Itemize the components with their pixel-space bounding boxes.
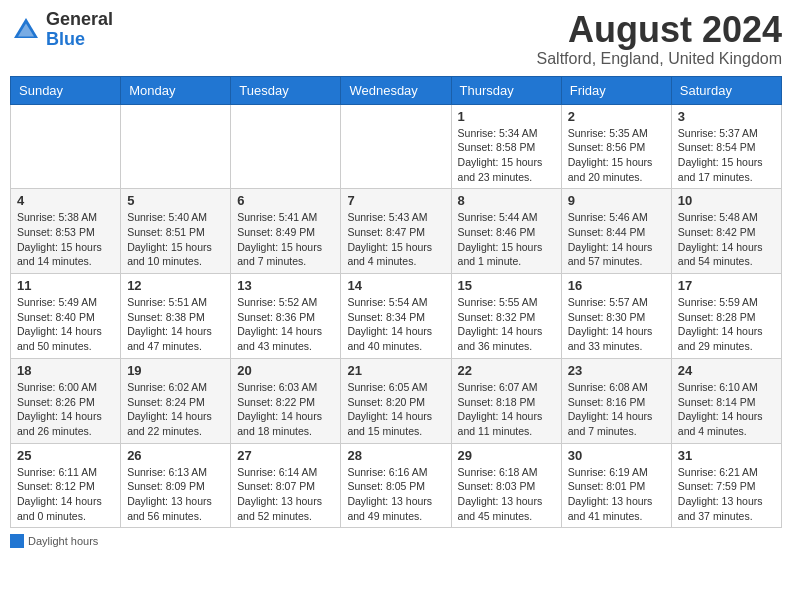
day-info: Sunrise: 6:08 AM Sunset: 8:16 PM Dayligh… bbox=[568, 380, 665, 439]
calendar-cell: 20Sunrise: 6:03 AM Sunset: 8:22 PM Dayli… bbox=[231, 358, 341, 443]
logo-general-text: General bbox=[46, 9, 113, 29]
location: Saltford, England, United Kingdom bbox=[537, 50, 782, 68]
day-number: 22 bbox=[458, 363, 555, 378]
day-info: Sunrise: 5:48 AM Sunset: 8:42 PM Dayligh… bbox=[678, 210, 775, 269]
day-number: 8 bbox=[458, 193, 555, 208]
calendar-cell: 6Sunrise: 5:41 AM Sunset: 8:49 PM Daylig… bbox=[231, 189, 341, 274]
logo-text: General Blue bbox=[46, 10, 113, 50]
calendar-cell: 13Sunrise: 5:52 AM Sunset: 8:36 PM Dayli… bbox=[231, 274, 341, 359]
day-info: Sunrise: 6:19 AM Sunset: 8:01 PM Dayligh… bbox=[568, 465, 665, 524]
day-number: 1 bbox=[458, 109, 555, 124]
calendar-week-row: 1Sunrise: 5:34 AM Sunset: 8:58 PM Daylig… bbox=[11, 104, 782, 189]
day-info: Sunrise: 6:13 AM Sunset: 8:09 PM Dayligh… bbox=[127, 465, 224, 524]
calendar-cell: 8Sunrise: 5:44 AM Sunset: 8:46 PM Daylig… bbox=[451, 189, 561, 274]
day-info: Sunrise: 5:46 AM Sunset: 8:44 PM Dayligh… bbox=[568, 210, 665, 269]
day-info: Sunrise: 5:37 AM Sunset: 8:54 PM Dayligh… bbox=[678, 126, 775, 185]
day-number: 12 bbox=[127, 278, 224, 293]
day-info: Sunrise: 6:10 AM Sunset: 8:14 PM Dayligh… bbox=[678, 380, 775, 439]
calendar-week-row: 11Sunrise: 5:49 AM Sunset: 8:40 PM Dayli… bbox=[11, 274, 782, 359]
calendar-cell: 25Sunrise: 6:11 AM Sunset: 8:12 PM Dayli… bbox=[11, 443, 121, 528]
calendar-day-header: Wednesday bbox=[341, 76, 451, 104]
calendar-cell: 3Sunrise: 5:37 AM Sunset: 8:54 PM Daylig… bbox=[671, 104, 781, 189]
calendar-cell: 24Sunrise: 6:10 AM Sunset: 8:14 PM Dayli… bbox=[671, 358, 781, 443]
day-number: 28 bbox=[347, 448, 444, 463]
day-number: 18 bbox=[17, 363, 114, 378]
day-info: Sunrise: 5:55 AM Sunset: 8:32 PM Dayligh… bbox=[458, 295, 555, 354]
calendar-cell: 16Sunrise: 5:57 AM Sunset: 8:30 PM Dayli… bbox=[561, 274, 671, 359]
day-number: 10 bbox=[678, 193, 775, 208]
day-number: 29 bbox=[458, 448, 555, 463]
calendar-cell bbox=[11, 104, 121, 189]
footer: Daylight hours bbox=[10, 534, 782, 548]
page-header: General Blue August 2024 Saltford, Engla… bbox=[10, 10, 782, 68]
day-info: Sunrise: 5:41 AM Sunset: 8:49 PM Dayligh… bbox=[237, 210, 334, 269]
day-info: Sunrise: 5:59 AM Sunset: 8:28 PM Dayligh… bbox=[678, 295, 775, 354]
daylight-legend: Daylight hours bbox=[10, 534, 98, 548]
day-number: 24 bbox=[678, 363, 775, 378]
calendar-week-row: 25Sunrise: 6:11 AM Sunset: 8:12 PM Dayli… bbox=[11, 443, 782, 528]
day-number: 19 bbox=[127, 363, 224, 378]
day-info: Sunrise: 6:02 AM Sunset: 8:24 PM Dayligh… bbox=[127, 380, 224, 439]
calendar-cell: 26Sunrise: 6:13 AM Sunset: 8:09 PM Dayli… bbox=[121, 443, 231, 528]
day-info: Sunrise: 5:51 AM Sunset: 8:38 PM Dayligh… bbox=[127, 295, 224, 354]
day-info: Sunrise: 6:21 AM Sunset: 7:59 PM Dayligh… bbox=[678, 465, 775, 524]
day-number: 15 bbox=[458, 278, 555, 293]
day-info: Sunrise: 6:03 AM Sunset: 8:22 PM Dayligh… bbox=[237, 380, 334, 439]
calendar-cell: 2Sunrise: 5:35 AM Sunset: 8:56 PM Daylig… bbox=[561, 104, 671, 189]
day-info: Sunrise: 6:05 AM Sunset: 8:20 PM Dayligh… bbox=[347, 380, 444, 439]
day-info: Sunrise: 5:35 AM Sunset: 8:56 PM Dayligh… bbox=[568, 126, 665, 185]
calendar-cell bbox=[121, 104, 231, 189]
day-number: 5 bbox=[127, 193, 224, 208]
calendar-cell: 28Sunrise: 6:16 AM Sunset: 8:05 PM Dayli… bbox=[341, 443, 451, 528]
calendar-cell: 12Sunrise: 5:51 AM Sunset: 8:38 PM Dayli… bbox=[121, 274, 231, 359]
calendar-day-header: Friday bbox=[561, 76, 671, 104]
calendar-cell bbox=[231, 104, 341, 189]
day-info: Sunrise: 5:49 AM Sunset: 8:40 PM Dayligh… bbox=[17, 295, 114, 354]
day-info: Sunrise: 6:00 AM Sunset: 8:26 PM Dayligh… bbox=[17, 380, 114, 439]
calendar-cell: 21Sunrise: 6:05 AM Sunset: 8:20 PM Dayli… bbox=[341, 358, 451, 443]
calendar-cell: 4Sunrise: 5:38 AM Sunset: 8:53 PM Daylig… bbox=[11, 189, 121, 274]
day-number: 23 bbox=[568, 363, 665, 378]
calendar-cell: 15Sunrise: 5:55 AM Sunset: 8:32 PM Dayli… bbox=[451, 274, 561, 359]
calendar-day-header: Thursday bbox=[451, 76, 561, 104]
legend-box bbox=[10, 534, 24, 548]
day-info: Sunrise: 6:16 AM Sunset: 8:05 PM Dayligh… bbox=[347, 465, 444, 524]
day-info: Sunrise: 5:54 AM Sunset: 8:34 PM Dayligh… bbox=[347, 295, 444, 354]
calendar-day-header: Saturday bbox=[671, 76, 781, 104]
day-number: 9 bbox=[568, 193, 665, 208]
title-block: August 2024 Saltford, England, United Ki… bbox=[537, 10, 782, 68]
calendar-cell: 9Sunrise: 5:46 AM Sunset: 8:44 PM Daylig… bbox=[561, 189, 671, 274]
day-info: Sunrise: 5:38 AM Sunset: 8:53 PM Dayligh… bbox=[17, 210, 114, 269]
day-number: 26 bbox=[127, 448, 224, 463]
logo-icon bbox=[10, 14, 42, 46]
calendar-cell: 17Sunrise: 5:59 AM Sunset: 8:28 PM Dayli… bbox=[671, 274, 781, 359]
calendar-cell: 23Sunrise: 6:08 AM Sunset: 8:16 PM Dayli… bbox=[561, 358, 671, 443]
day-number: 21 bbox=[347, 363, 444, 378]
month-year: August 2024 bbox=[537, 10, 782, 50]
calendar-day-header: Tuesday bbox=[231, 76, 341, 104]
calendar-cell: 22Sunrise: 6:07 AM Sunset: 8:18 PM Dayli… bbox=[451, 358, 561, 443]
calendar-cell: 7Sunrise: 5:43 AM Sunset: 8:47 PM Daylig… bbox=[341, 189, 451, 274]
day-number: 31 bbox=[678, 448, 775, 463]
day-info: Sunrise: 5:43 AM Sunset: 8:47 PM Dayligh… bbox=[347, 210, 444, 269]
day-info: Sunrise: 6:18 AM Sunset: 8:03 PM Dayligh… bbox=[458, 465, 555, 524]
calendar-day-header: Sunday bbox=[11, 76, 121, 104]
calendar-day-header: Monday bbox=[121, 76, 231, 104]
day-info: Sunrise: 5:57 AM Sunset: 8:30 PM Dayligh… bbox=[568, 295, 665, 354]
day-info: Sunrise: 5:52 AM Sunset: 8:36 PM Dayligh… bbox=[237, 295, 334, 354]
calendar-cell: 10Sunrise: 5:48 AM Sunset: 8:42 PM Dayli… bbox=[671, 189, 781, 274]
day-number: 16 bbox=[568, 278, 665, 293]
day-info: Sunrise: 5:40 AM Sunset: 8:51 PM Dayligh… bbox=[127, 210, 224, 269]
calendar-cell: 5Sunrise: 5:40 AM Sunset: 8:51 PM Daylig… bbox=[121, 189, 231, 274]
calendar-table: SundayMondayTuesdayWednesdayThursdayFrid… bbox=[10, 76, 782, 529]
day-info: Sunrise: 5:34 AM Sunset: 8:58 PM Dayligh… bbox=[458, 126, 555, 185]
day-number: 7 bbox=[347, 193, 444, 208]
calendar-header-row: SundayMondayTuesdayWednesdayThursdayFrid… bbox=[11, 76, 782, 104]
day-info: Sunrise: 5:44 AM Sunset: 8:46 PM Dayligh… bbox=[458, 210, 555, 269]
calendar-cell: 29Sunrise: 6:18 AM Sunset: 8:03 PM Dayli… bbox=[451, 443, 561, 528]
calendar-cell: 11Sunrise: 5:49 AM Sunset: 8:40 PM Dayli… bbox=[11, 274, 121, 359]
logo-blue-text: Blue bbox=[46, 29, 85, 49]
day-number: 27 bbox=[237, 448, 334, 463]
day-info: Sunrise: 6:11 AM Sunset: 8:12 PM Dayligh… bbox=[17, 465, 114, 524]
day-number: 30 bbox=[568, 448, 665, 463]
